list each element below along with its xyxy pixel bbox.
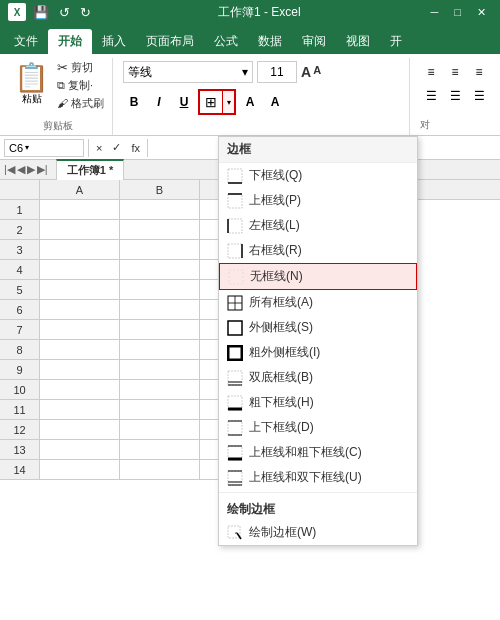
cell-B10[interactable] bbox=[120, 380, 200, 400]
row-header-9[interactable]: 9 bbox=[0, 360, 40, 380]
draw-border-item[interactable]: 绘制边框(W) bbox=[219, 520, 417, 545]
bottom-border-item[interactable]: 下框线(Q) bbox=[219, 163, 417, 188]
align-middle-btn[interactable]: ≡ bbox=[444, 61, 466, 83]
tab-formulas[interactable]: 公式 bbox=[204, 29, 248, 54]
all-borders-item[interactable]: 所有框线(A) bbox=[219, 290, 417, 315]
underline-button[interactable]: U bbox=[173, 91, 195, 113]
cell-B14[interactable] bbox=[120, 460, 200, 480]
maximize-btn[interactable]: □ bbox=[448, 6, 467, 19]
top-border-item[interactable]: 上框线(P) bbox=[219, 188, 417, 213]
top-double-bottom-item[interactable]: 上框线和双下框线(U) bbox=[219, 465, 417, 490]
cell-A1[interactable] bbox=[40, 200, 120, 220]
confirm-formula-btn[interactable]: ✓ bbox=[109, 141, 124, 154]
tab-data[interactable]: 数据 bbox=[248, 29, 292, 54]
format-painter-button[interactable]: 🖌 格式刷 bbox=[55, 95, 106, 112]
undo-btn[interactable]: ↺ bbox=[56, 5, 73, 20]
row-header-12[interactable]: 12 bbox=[0, 420, 40, 440]
align-bottom-btn[interactable]: ≡ bbox=[468, 61, 490, 83]
corner-cell[interactable] bbox=[0, 180, 40, 199]
tab-review[interactable]: 审阅 bbox=[292, 29, 336, 54]
align-top-btn[interactable]: ≡ bbox=[420, 61, 442, 83]
insert-function-btn[interactable]: fx bbox=[128, 142, 143, 154]
font-size-input[interactable]: 11 bbox=[257, 61, 297, 83]
name-box-arrow[interactable]: ▾ bbox=[25, 143, 29, 152]
italic-button[interactable]: I bbox=[148, 91, 170, 113]
redo-btn[interactable]: ↻ bbox=[77, 5, 94, 20]
cell-B6[interactable] bbox=[120, 300, 200, 320]
row-header-2[interactable]: 2 bbox=[0, 220, 40, 240]
cell-B8[interactable] bbox=[120, 340, 200, 360]
border-icon[interactable]: ⊞ bbox=[200, 91, 222, 113]
cell-B11[interactable] bbox=[120, 400, 200, 420]
row-header-10[interactable]: 10 bbox=[0, 380, 40, 400]
cell-A8[interactable] bbox=[40, 340, 120, 360]
outside-borders-item[interactable]: 外侧框线(S) bbox=[219, 315, 417, 340]
top-thick-bottom-item[interactable]: 上框线和粗下框线(C) bbox=[219, 440, 417, 465]
cell-A6[interactable] bbox=[40, 300, 120, 320]
row-header-5[interactable]: 5 bbox=[0, 280, 40, 300]
thick-outside-item[interactable]: 粗外侧框线(I) bbox=[219, 340, 417, 365]
row-header-14[interactable]: 14 bbox=[0, 460, 40, 480]
cell-A13[interactable] bbox=[40, 440, 120, 460]
sheet-nav-next[interactable]: ▶ bbox=[27, 163, 35, 176]
bold-button[interactable]: B bbox=[123, 91, 145, 113]
cut-button[interactable]: ✂ 剪切 bbox=[55, 59, 106, 76]
cell-B4[interactable] bbox=[120, 260, 200, 280]
cell-B2[interactable] bbox=[120, 220, 200, 240]
sheet-nav-prev[interactable]: ◀ bbox=[17, 163, 25, 176]
sheet-nav-last[interactable]: ▶| bbox=[37, 163, 48, 176]
fill-color-button[interactable]: A bbox=[239, 91, 261, 113]
font-family-dropdown[interactable]: 等线 ▾ bbox=[123, 61, 253, 83]
col-header-A[interactable]: A bbox=[40, 180, 120, 199]
thick-bottom-item[interactable]: 粗下框线(H) bbox=[219, 390, 417, 415]
tab-extra[interactable]: 开 bbox=[380, 29, 412, 54]
row-header-3[interactable]: 3 bbox=[0, 240, 40, 260]
cell-A12[interactable] bbox=[40, 420, 120, 440]
save-quick-btn[interactable]: 💾 bbox=[30, 5, 52, 20]
copy-button[interactable]: ⧉ 复制· bbox=[55, 77, 106, 94]
paste-button[interactable]: 📋 粘贴 bbox=[10, 62, 53, 108]
top-bottom-item[interactable]: 上下框线(D) bbox=[219, 415, 417, 440]
row-header-7[interactable]: 7 bbox=[0, 320, 40, 340]
cell-A4[interactable] bbox=[40, 260, 120, 280]
row-header-1[interactable]: 1 bbox=[0, 200, 40, 220]
align-left-btn[interactable]: ☰ bbox=[420, 85, 442, 107]
cell-B13[interactable] bbox=[120, 440, 200, 460]
row-header-8[interactable]: 8 bbox=[0, 340, 40, 360]
cell-B7[interactable] bbox=[120, 320, 200, 340]
sheet-tab-1[interactable]: 工作簿1 * bbox=[56, 159, 124, 180]
border-arrow-icon[interactable]: ▾ bbox=[222, 91, 234, 113]
align-center-btn[interactable]: ☰ bbox=[444, 85, 466, 107]
row-header-11[interactable]: 11 bbox=[0, 400, 40, 420]
tab-insert[interactable]: 插入 bbox=[92, 29, 136, 54]
border-dropdown[interactable]: ⊞ ▾ bbox=[198, 89, 236, 115]
cell-B1[interactable] bbox=[120, 200, 200, 220]
cancel-formula-btn[interactable]: × bbox=[93, 142, 105, 154]
cell-B9[interactable] bbox=[120, 360, 200, 380]
left-border-item[interactable]: 左框线(L) bbox=[219, 213, 417, 238]
cell-A9[interactable] bbox=[40, 360, 120, 380]
cell-A10[interactable] bbox=[40, 380, 120, 400]
cell-A5[interactable] bbox=[40, 280, 120, 300]
align-right-btn[interactable]: ☰ bbox=[468, 85, 490, 107]
cell-A3[interactable] bbox=[40, 240, 120, 260]
font-color-button[interactable]: A bbox=[264, 91, 286, 113]
row-header-6[interactable]: 6 bbox=[0, 300, 40, 320]
row-header-4[interactable]: 4 bbox=[0, 260, 40, 280]
double-bottom-item[interactable]: 双底框线(B) bbox=[219, 365, 417, 390]
row-header-13[interactable]: 13 bbox=[0, 440, 40, 460]
cell-B5[interactable] bbox=[120, 280, 200, 300]
sheet-nav-first[interactable]: |◀ bbox=[4, 163, 15, 176]
tab-view[interactable]: 视图 bbox=[336, 29, 380, 54]
cell-A14[interactable] bbox=[40, 460, 120, 480]
cell-A11[interactable] bbox=[40, 400, 120, 420]
minimize-btn[interactable]: ─ bbox=[425, 6, 445, 19]
name-box[interactable]: C6 ▾ bbox=[4, 139, 84, 157]
cell-A2[interactable] bbox=[40, 220, 120, 240]
no-border-item[interactable]: 无框线(N) bbox=[219, 263, 417, 290]
tab-page-layout[interactable]: 页面布局 bbox=[136, 29, 204, 54]
cell-B3[interactable] bbox=[120, 240, 200, 260]
tab-home[interactable]: 开始 bbox=[48, 29, 92, 54]
right-border-item[interactable]: 右框线(R) bbox=[219, 238, 417, 263]
cell-B12[interactable] bbox=[120, 420, 200, 440]
